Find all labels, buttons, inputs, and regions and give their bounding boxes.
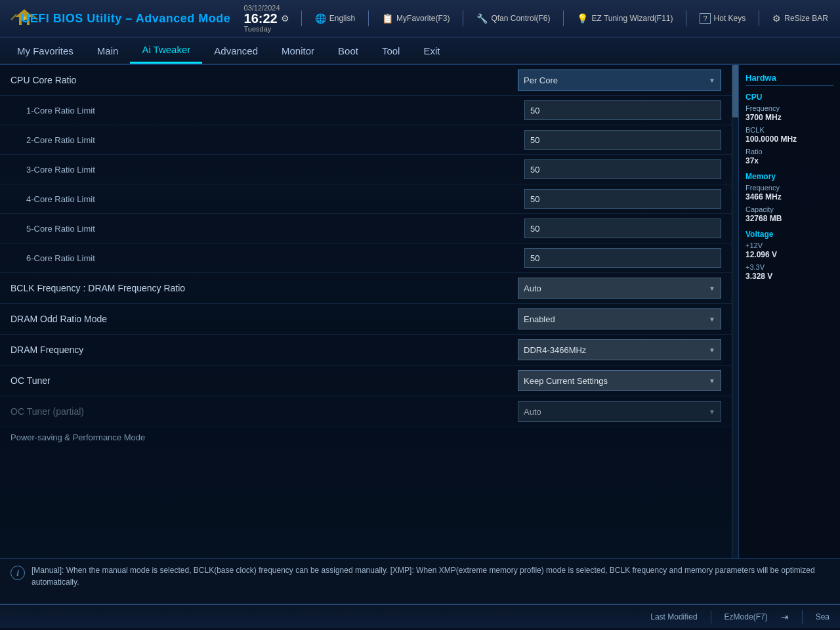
nav-ai-tweaker[interactable]: Ai Tweaker (130, 37, 202, 64)
fan-icon: 🔧 (476, 13, 488, 24)
oc-tuner2-dropdown[interactable]: Auto (518, 401, 721, 422)
nav-advanced[interactable]: Advanced (202, 39, 270, 63)
table-row: DRAM Odd Ratio Mode Enabled (0, 304, 732, 335)
core6-ratio-value: 50 (524, 248, 721, 268)
table-row: OC Tuner Keep Current Settings (0, 366, 732, 396)
dram-freq-value: DDR4-3466MHz (518, 339, 721, 360)
core2-ratio-input[interactable]: 50 (524, 130, 721, 150)
header-divider-2 (368, 10, 369, 26)
oc-tuner2-value: Auto (518, 401, 721, 422)
resize-bar-button[interactable]: ⚙ ReSize BAR (768, 11, 832, 26)
status-bar: Last Modified EzMode(F7) ⇥ Sea (0, 604, 840, 628)
status-divider-1 (711, 610, 711, 623)
core2-ratio-value: 50 (524, 130, 721, 150)
hw-ratio-value: 37x (746, 156, 833, 165)
core1-ratio-value: 50 (524, 100, 721, 120)
search-label[interactable]: Sea (816, 612, 830, 621)
settings-gear-icon[interactable]: ⚙ (281, 13, 289, 24)
oc-tuner-dropdown[interactable]: Keep Current Settings (518, 370, 721, 391)
dram-freq-label: DRAM Frequency (10, 345, 518, 355)
header-divider-1 (301, 10, 302, 26)
hot-keys-button[interactable]: ? Hot Keys (696, 11, 749, 26)
core6-ratio-input[interactable]: 50 (524, 248, 721, 268)
hw-panel: Hardwa CPU Frequency 3700 MHz BCLK 100.0… (738, 65, 840, 558)
bclk-freq-value: Auto (518, 278, 721, 299)
cpu-core-ratio-dropdown[interactable]: Per Core (518, 70, 721, 91)
core2-ratio-label: 2-Core Ratio Limit (26, 135, 524, 145)
dram-odd-value: Enabled (518, 308, 721, 329)
header-divider-3 (463, 10, 463, 26)
table-row: 5-Core Ratio Limit 50 (0, 214, 732, 243)
scrollbar-track[interactable] (732, 65, 738, 558)
power-saving-label: Power-saving & Performance Mode (10, 432, 145, 442)
my-favorite-button[interactable]: 📋 MyFavorite(F3) (378, 11, 453, 26)
table-row: 3-Core Ratio Limit 50 (0, 155, 732, 184)
nav-monitor[interactable]: Monitor (270, 39, 326, 63)
core5-ratio-value: 50 (524, 219, 721, 238)
hw-ratio-label: Ratio (746, 148, 833, 156)
nav-main[interactable]: Main (85, 39, 131, 63)
nav-tool[interactable]: Tool (370, 39, 412, 63)
info-text: [Manual]: When the manual mode is select… (32, 564, 830, 588)
core1-ratio-input[interactable]: 50 (524, 100, 721, 120)
dram-odd-label: DRAM Odd Ratio Mode (10, 314, 518, 324)
ez-mode-button[interactable]: EzMode(F7) (724, 612, 768, 621)
bclk-freq-dropdown[interactable]: Auto (518, 278, 721, 299)
hw-33v-label: +3.3V (746, 263, 833, 271)
language-button[interactable]: 🌐 English (311, 11, 359, 26)
header-divider-6 (759, 10, 759, 26)
resize-icon: ⚙ (772, 13, 781, 24)
hw-cpu-freq-value: 3700 MHz (746, 113, 833, 122)
core3-ratio-input[interactable]: 50 (524, 159, 721, 179)
table-row: Power-saving & Performance Mode (0, 427, 732, 447)
cpu-core-ratio-label: CPU Core Ratio (10, 75, 518, 85)
bclk-freq-label: BCLK Frequency : DRAM Frequency Ratio (10, 283, 518, 293)
table-row: CPU Core Ratio Per Core (0, 65, 732, 96)
core1-ratio-label: 1-Core Ratio Limit (26, 106, 524, 116)
settings-panel: CPU Core Ratio Per Core 1-Core Ratio Lim… (0, 65, 732, 558)
hotkeys-icon: ? (700, 13, 710, 24)
table-row: OC Tuner (partial) Auto (0, 396, 732, 427)
oc-tuner-value: Keep Current Settings (518, 370, 721, 391)
oc-tuner-label: OC Tuner (10, 375, 518, 386)
hw-mem-freq-value: 3466 MHz (746, 192, 833, 201)
hw-cpu-section: CPU (746, 93, 833, 102)
core4-ratio-input[interactable]: 50 (524, 189, 721, 209)
qfan-button[interactable]: 🔧 Qfan Control(F6) (472, 11, 554, 26)
table-row: 6-Core Ratio Limit 50 (0, 243, 732, 273)
table-row: DRAM Frequency DDR4-3466MHz (0, 335, 732, 366)
table-row: 1-Core Ratio Limit 50 (0, 96, 732, 125)
core4-ratio-value: 50 (524, 189, 721, 209)
wizard-icon: 💡 (577, 13, 588, 24)
ez-mode-arrow-icon: ⇥ (781, 612, 789, 622)
hw-bclk-label: BCLK (746, 126, 833, 134)
hw-mem-cap-label: Capacity (746, 205, 833, 213)
hw-12v-label: +12V (746, 242, 833, 249)
hw-bclk-value: 100.0000 MHz (746, 135, 833, 144)
status-divider-2 (802, 610, 803, 623)
hw-voltage-section: Voltage (746, 230, 833, 239)
table-row: BCLK Frequency : DRAM Frequency Ratio Au… (0, 273, 732, 304)
hw-cpu-freq-label: Frequency (746, 104, 833, 112)
nav-my-favorites[interactable]: My Favorites (5, 39, 85, 63)
navbar: My Favorites Main Ai Tweaker Advanced Mo… (0, 37, 840, 65)
core4-ratio-label: 4-Core Ratio Limit (26, 194, 524, 204)
dram-freq-dropdown[interactable]: DDR4-3466MHz (518, 339, 721, 360)
hw-33v-value: 3.328 V (746, 272, 833, 281)
oc-tuner2-label: OC Tuner (partial) (10, 406, 518, 417)
nav-boot[interactable]: Boot (326, 39, 370, 63)
datetime-block: 03/12/2024 16:22 ⚙ Tuesday (244, 4, 289, 33)
table-row: 2-Core Ratio Limit 50 (0, 125, 732, 155)
dram-odd-dropdown[interactable]: Enabled (518, 308, 721, 329)
core5-ratio-input[interactable]: 50 (524, 219, 721, 238)
last-modified-label: Last Modified (650, 612, 697, 621)
hw-mem-cap-value: 32768 MB (746, 214, 833, 223)
ez-tuning-button[interactable]: 💡 EZ Tuning Wizard(F11) (573, 11, 677, 26)
header-title: UEFI BIOS Utility – Advanced Mode (18, 12, 234, 26)
time-display: 16:22 (244, 12, 278, 25)
core5-ratio-label: 5-Core Ratio Limit (26, 224, 524, 234)
nav-exit[interactable]: Exit (411, 39, 452, 63)
hw-12v-value: 12.096 V (746, 250, 833, 259)
hw-memory-section: Memory (746, 172, 833, 181)
content-area: CPU Core Ratio Per Core 1-Core Ratio Lim… (0, 65, 840, 558)
